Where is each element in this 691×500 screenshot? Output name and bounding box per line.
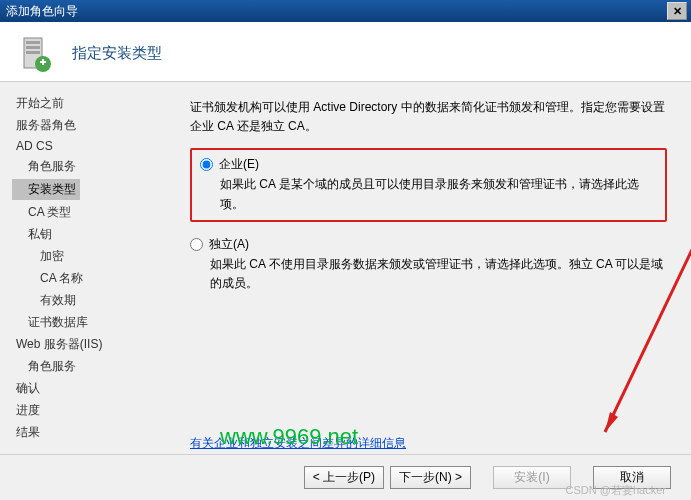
svg-rect-2	[26, 46, 40, 49]
window-title: 添加角色向导	[4, 3, 667, 20]
sidebar-item-4[interactable]: 安装类型	[12, 179, 80, 200]
svg-marker-8	[605, 412, 618, 432]
install-button: 安装(I)	[493, 466, 571, 489]
svg-rect-1	[26, 41, 40, 44]
wizard-sidebar: 开始之前服务器角色AD CS角色服务安装类型CA 类型私钥加密CA 名称有效期证…	[0, 82, 170, 480]
option-standalone-title: 独立(A)	[209, 236, 249, 253]
server-icon	[16, 34, 56, 74]
sidebar-item-11[interactable]: Web 服务器(IIS)	[12, 334, 170, 355]
intro-text: 证书颁发机构可以使用 Active Directory 中的数据来简化证书颁发和…	[190, 98, 667, 136]
content-panel: 证书颁发机构可以使用 Active Directory 中的数据来简化证书颁发和…	[170, 82, 691, 480]
learn-more-link[interactable]: 有关企业和独立安装之间差异的详细信息	[190, 435, 406, 452]
radio-standalone[interactable]	[190, 238, 203, 251]
option-enterprise-highlight: 企业(E) 如果此 CA 是某个域的成员且可以使用目录服务来颁发和管理证书，请选…	[190, 148, 667, 221]
sidebar-item-7[interactable]: 加密	[12, 246, 170, 267]
titlebar: 添加角色向导 ✕	[0, 0, 691, 22]
sidebar-item-14[interactable]: 进度	[12, 400, 170, 421]
option-standalone-desc: 如果此 CA 不使用目录服务数据来颁发或管理证书，请选择此选项。独立 CA 可以…	[210, 255, 667, 293]
sidebar-item-0[interactable]: 开始之前	[12, 93, 170, 114]
sidebar-item-6[interactable]: 私钥	[12, 224, 170, 245]
radio-enterprise[interactable]	[200, 158, 213, 171]
sidebar-item-8[interactable]: CA 名称	[12, 268, 170, 289]
option-enterprise-title: 企业(E)	[219, 156, 259, 173]
sidebar-item-5[interactable]: CA 类型	[12, 202, 170, 223]
wizard-header: 指定安装类型	[0, 22, 691, 82]
option-enterprise-desc: 如果此 CA 是某个域的成员且可以使用目录服务来颁发和管理证书，请选择此选项。	[220, 175, 657, 213]
sidebar-item-15[interactable]: 结果	[12, 422, 170, 443]
sidebar-item-1[interactable]: 服务器角色	[12, 115, 170, 136]
close-button[interactable]: ✕	[667, 2, 687, 20]
cancel-button[interactable]: 取消	[593, 466, 671, 489]
sidebar-item-12[interactable]: 角色服务	[12, 356, 170, 377]
next-button[interactable]: 下一步(N) >	[390, 466, 471, 489]
main-area: 开始之前服务器角色AD CS角色服务安装类型CA 类型私钥加密CA 名称有效期证…	[0, 82, 691, 480]
option-standalone: 独立(A) 如果此 CA 不使用目录服务数据来颁发或管理证书，请选择此选项。独立…	[190, 236, 667, 293]
svg-rect-6	[42, 59, 44, 65]
sidebar-item-13[interactable]: 确认	[12, 378, 170, 399]
sidebar-item-2[interactable]: AD CS	[12, 137, 170, 155]
sidebar-item-9[interactable]: 有效期	[12, 290, 170, 311]
option-enterprise: 企业(E) 如果此 CA 是某个域的成员且可以使用目录服务来颁发和管理证书，请选…	[200, 156, 657, 213]
sidebar-item-3[interactable]: 角色服务	[12, 156, 170, 177]
button-row: < 上一步(P) 下一步(N) > 安装(I) 取消	[0, 454, 691, 500]
page-title: 指定安装类型	[72, 44, 162, 63]
sidebar-item-10[interactable]: 证书数据库	[12, 312, 170, 333]
svg-rect-3	[26, 51, 40, 54]
prev-button[interactable]: < 上一步(P)	[304, 466, 384, 489]
